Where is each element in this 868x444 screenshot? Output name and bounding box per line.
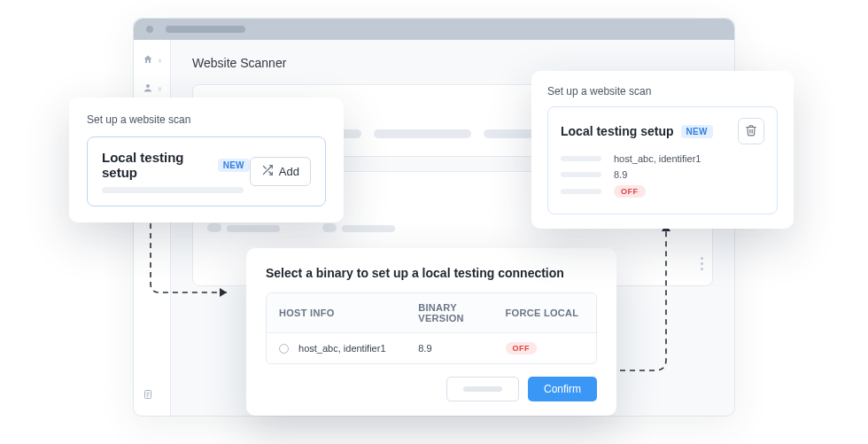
- summary-row-host: host_abc, identifier1: [561, 153, 764, 164]
- radio-icon[interactable]: [279, 344, 289, 354]
- sidebar-item-users[interactable]: [134, 81, 170, 97]
- summary-host: host_abc, identifier1: [614, 153, 701, 164]
- summary-row-version: 8.9: [561, 169, 764, 180]
- col-version: BINARY VERSION: [418, 302, 505, 323]
- card-subhead: Set up a website scan: [87, 113, 326, 126]
- sidebar-label-skeleton: [159, 58, 161, 63]
- cell-version: 8.9: [418, 343, 505, 354]
- home-icon: [143, 52, 153, 68]
- add-button-label: Add: [279, 165, 299, 178]
- sidebar-item-docs[interactable]: [134, 387, 170, 403]
- force-local-badge: OFF: [506, 342, 538, 354]
- window-dot: [146, 26, 153, 33]
- card-scan-summary: Set up a website scan Local testing setu…: [531, 71, 794, 229]
- col-force: FORCE LOCAL: [506, 308, 584, 318]
- confirm-button[interactable]: Confirm: [528, 377, 597, 401]
- card-setup-scan: Set up a website scan Local testing setu…: [69, 97, 344, 222]
- new-badge: NEW: [681, 125, 713, 138]
- setup-title: Local testing setup: [561, 124, 674, 138]
- button-label-skeleton: [463, 386, 502, 392]
- card-title: Select a binary to set up a local testin…: [266, 266, 597, 280]
- setup-title: Local testing setup: [102, 150, 211, 180]
- table-header: HOST INFO BINARY VERSION FORCE LOCAL: [267, 293, 596, 333]
- card-select-binary: Select a binary to set up a local testin…: [246, 248, 616, 416]
- new-badge: NEW: [218, 159, 250, 172]
- cell-host: host_abc, identifier1: [298, 343, 385, 354]
- page-title: Website Scanner: [192, 56, 713, 70]
- kv-key-skeleton: [561, 156, 601, 161]
- summary-version: 8.9: [614, 169, 627, 180]
- kv-key-skeleton: [561, 172, 601, 177]
- window-titlebar: [134, 19, 734, 40]
- users-icon: [143, 81, 153, 97]
- add-button[interactable]: Add: [250, 157, 311, 186]
- sidebar-item-home[interactable]: [134, 52, 170, 68]
- summary-box: Local testing setup NEW host_abc, identi…: [547, 106, 778, 214]
- table-row[interactable]: host_abc, identifier1 8.9 OFF: [267, 333, 596, 363]
- local-testing-setup-box: Local testing setup NEW Add: [87, 136, 326, 206]
- window-addressbar-skeleton: [166, 26, 245, 33]
- col-host: HOST INFO: [279, 308, 418, 318]
- cancel-button[interactable]: [446, 377, 519, 401]
- setup-desc-skeleton: [102, 187, 244, 193]
- delete-button[interactable]: [738, 118, 764, 144]
- more-icon[interactable]: [701, 257, 703, 270]
- sidebar: [134, 40, 171, 416]
- sidebar-label-skeleton: [159, 87, 161, 91]
- card-subhead: Set up a website scan: [547, 85, 778, 97]
- kv-key-skeleton: [561, 189, 601, 194]
- binary-table: HOST INFO BINARY VERSION FORCE LOCAL hos…: [266, 292, 597, 364]
- force-local-badge: OFF: [614, 185, 646, 198]
- shuffle-icon: [261, 164, 274, 179]
- trash-icon: [745, 124, 757, 139]
- summary-row-force: OFF: [561, 185, 764, 198]
- document-icon: [143, 387, 153, 403]
